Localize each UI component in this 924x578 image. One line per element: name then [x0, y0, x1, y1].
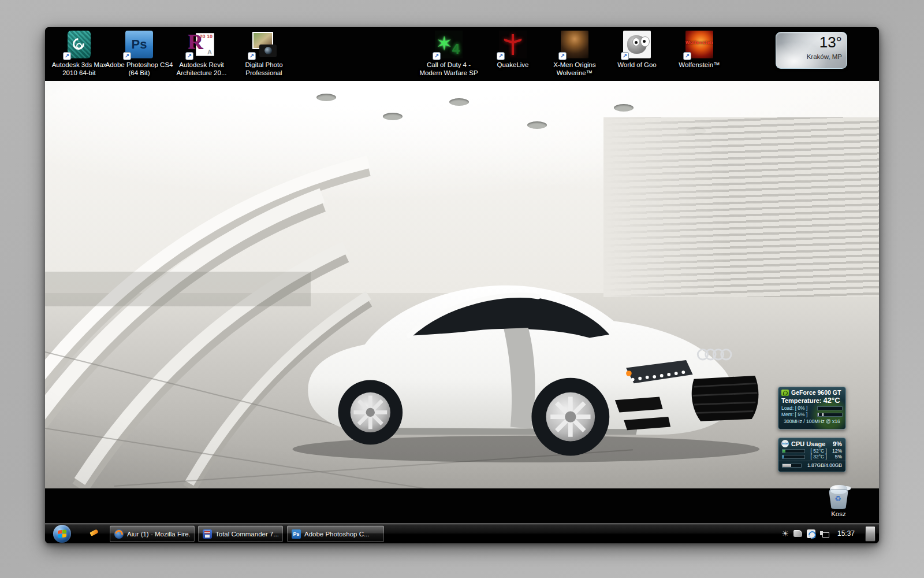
desktop-icon-3ds-max[interactable]: ↗ Autodesk 3ds Max 2010 64-bit: [45, 31, 113, 77]
gpu-mem-bar: [817, 413, 843, 417]
desktop-icon-label: QuakeLive: [479, 61, 547, 69]
gpu-clocks: 300MHz / 100MHz @ x16: [778, 417, 845, 424]
desktop-icon-cod4[interactable]: ✶ 4 ↗ Call of Duty 4 - Modern Warfare SP: [415, 31, 483, 77]
gpu-temperature: Temperature: 42°C: [778, 396, 845, 405]
cpu-core1-load: 12%: [829, 448, 842, 454]
desktop-icon-label: Digital Photo Professional: [230, 61, 298, 77]
desktop-icon-label: Adobe Photoshop CS4 (64 Bit): [105, 61, 173, 77]
system-tray: ☀ 15:37: [781, 524, 875, 543]
cpu-core-row: [ 32°C ] 5%: [778, 454, 845, 460]
desktop-icon-revit[interactable]: R 20 10 A ↗ Autodesk Revit Architecture …: [167, 31, 236, 77]
tray-scroll-icon[interactable]: [793, 530, 802, 537]
desktop-icon-quakelive[interactable]: ↗ QuakeLive: [479, 31, 547, 69]
tray-meter-icon[interactable]: [807, 529, 815, 538]
taskbar-task-photoshop[interactable]: Ps Adobe Photoshop C...: [287, 525, 384, 542]
shortcut-arrow-icon: ↗: [558, 52, 567, 60]
desktop-icon-label: X-Men Origins Wolverine™: [541, 61, 609, 77]
desktop-icon-dpp[interactable]: ↗ Digital Photo Professional: [230, 31, 298, 77]
gpu-load-bar: [817, 406, 843, 410]
desktop-bottom-band: [45, 488, 879, 523]
recycle-bin-icon: [828, 485, 849, 509]
wallpaper: [45, 81, 879, 488]
nvidia-logo-icon: [781, 390, 789, 396]
desktop-icon-wolfenstein[interactable]: Wolfenstein ↗ Wolfenstein™: [665, 31, 733, 69]
cpu-gadget[interactable]: intel CPU Usage 9% [ 52°C ] 12% [ 32°C ]…: [778, 438, 846, 472]
gpu-load-label: Load: [ 0% ]: [781, 405, 815, 411]
3ds-max-icon: [68, 31, 91, 58]
recycle-bin-label: Kosz: [815, 510, 862, 517]
cpu-memory-value: 1.87GB/4.00GB: [804, 462, 842, 468]
shortcut-arrow-icon: ↗: [621, 52, 629, 60]
tray-sun-icon[interactable]: ☀: [781, 529, 789, 538]
desktop-icon-label: Call of Duty 4 - Modern Warfare SP: [415, 61, 483, 77]
desktop-screen: ↗ Autodesk 3ds Max 2010 64-bit Ps ↗ Adob…: [45, 27, 879, 543]
windows-logo-icon: [58, 529, 66, 538]
gpu-temperature-value: 42°C: [824, 396, 840, 405]
cpu-core1-temp: [ 52°C ]: [807, 448, 827, 454]
taskbar-task-firefox[interactable]: Aiur (1) - Mozilla Fire...: [110, 525, 195, 542]
gpu-title: GeForce 9600 GT: [791, 389, 841, 396]
tray-network-icon[interactable]: [820, 530, 829, 537]
desktop-icon-photoshop[interactable]: Ps ↗ Adobe Photoshop CS4 (64 Bit): [105, 31, 173, 77]
desktop-icon-label: World of Goo: [603, 61, 671, 69]
start-button[interactable]: [53, 525, 71, 543]
desktop-icon-label: Autodesk Revit Architecture 20...: [167, 61, 236, 77]
intel-logo-icon: intel: [781, 440, 789, 447]
wallpaper-vignette: [45, 81, 879, 488]
weather-gadget[interactable]: 13° Kraków, MP: [776, 32, 847, 69]
cpu-title: CPU Usage: [791, 440, 830, 447]
gpu-gadget[interactable]: GeForce 9600 GT Temperature: 42°C Load: …: [778, 387, 846, 429]
shortcut-arrow-icon: ↗: [433, 52, 441, 60]
cpu-core2-load: 5%: [829, 454, 842, 460]
shortcut-arrow-icon: ↗: [123, 52, 131, 60]
shortcut-arrow-icon: ↗: [497, 52, 505, 60]
weather-temperature: 13°: [819, 34, 842, 51]
gpu-mem-label: Mem: [ 5% ]: [781, 412, 815, 417]
shortcut-arrow-icon: ↗: [63, 52, 71, 60]
total-commander-icon: [203, 529, 212, 539]
cpu-core2-temp: [ 32°C ]: [807, 454, 827, 460]
quick-launch-icon: [90, 529, 99, 536]
desktop-icon-label: Wolfenstein™: [665, 61, 733, 69]
taskbar-task-total-commander[interactable]: Total Commander 7....: [198, 525, 283, 542]
desktop-icon-wolverine[interactable]: ↗ X-Men Origins Wolverine™: [541, 31, 609, 77]
shortcut-arrow-icon: ↗: [683, 52, 691, 60]
cpu-memory-row: 1.87GB/4.00GB: [778, 461, 845, 468]
taskbar: Aiur (1) - Mozilla Fire... Total Command…: [45, 523, 879, 543]
taskbar-clock[interactable]: 15:37: [834, 529, 860, 538]
recycle-bin[interactable]: Kosz: [815, 485, 862, 517]
cpu-core-row: [ 52°C ] 12%: [778, 448, 845, 454]
taskbar-edge-button[interactable]: [865, 526, 875, 542]
shortcut-arrow-icon: ↗: [248, 52, 256, 60]
quick-launch-button[interactable]: [89, 529, 99, 538]
photoshop-task-icon: Ps: [292, 529, 301, 539]
desktop-icon-label: Autodesk 3ds Max 2010 64-bit: [45, 61, 113, 77]
weather-location: Kraków, MP: [807, 53, 842, 60]
firefox-icon: [114, 529, 124, 539]
desktop-icon-world-of-goo[interactable]: ↗ World of Goo: [603, 31, 671, 69]
cpu-usage-value: 9%: [833, 440, 842, 447]
